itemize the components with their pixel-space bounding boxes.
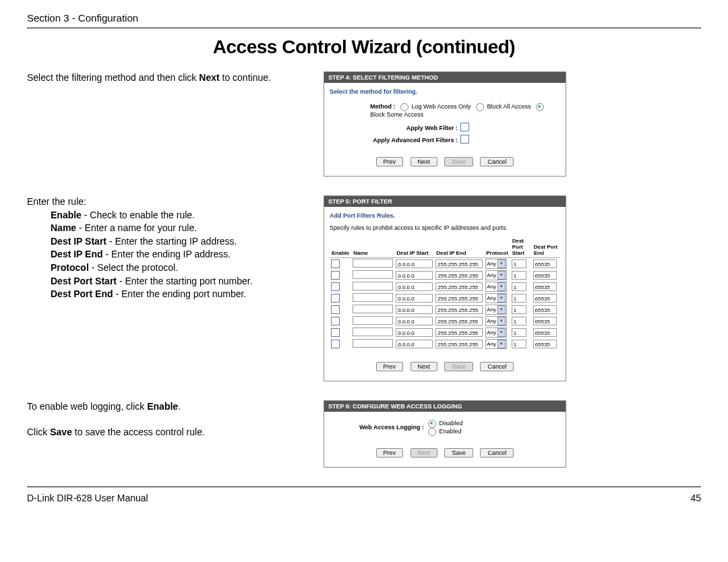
rule-destip-start-input[interactable]: 0.0.0.0 xyxy=(396,282,433,291)
col-dipend: Dest IP End xyxy=(434,237,484,258)
rule-name-input[interactable] xyxy=(353,339,393,348)
step4-cancel-button[interactable]: Cancel xyxy=(480,157,514,166)
step5-next-button[interactable]: Next xyxy=(411,362,438,371)
step4-next-button[interactable]: Next xyxy=(411,157,438,166)
step4-save-button[interactable]: Save xyxy=(444,157,473,166)
table-row: 0.0.0.0255.255.255.255Any▾165535 xyxy=(330,327,560,338)
rule-destport-start-input[interactable]: 1 xyxy=(512,305,526,314)
rule-name-input[interactable] xyxy=(353,305,393,313)
rule-destport-end-input[interactable]: 65535 xyxy=(533,305,557,314)
rule-destport-end-input[interactable]: 65535 xyxy=(533,294,557,303)
rule-destip-start-input[interactable]: 0.0.0.0 xyxy=(396,317,433,325)
radio-log-web-access-only[interactable] xyxy=(400,103,408,111)
rule-enable-checkbox[interactable] xyxy=(331,259,340,268)
rule-name-input[interactable] xyxy=(353,259,393,268)
step6-cancel-button[interactable]: Cancel xyxy=(480,448,514,458)
radio-block-all-access[interactable] xyxy=(476,103,484,111)
col-name: Name xyxy=(351,237,394,258)
step6-next-button[interactable]: Next xyxy=(411,448,438,458)
step5-cancel-button[interactable]: Cancel xyxy=(480,362,514,371)
radio-logging-enabled[interactable] xyxy=(428,428,436,436)
chevron-down-icon: ▾ xyxy=(497,282,506,291)
chevron-down-icon: ▾ xyxy=(497,294,506,303)
rule-destip-end-input[interactable]: 255.255.255.255 xyxy=(435,317,483,325)
rule-name-input[interactable] xyxy=(353,327,393,336)
step6-save-button[interactable]: Save xyxy=(444,448,473,458)
rule-name-input[interactable] xyxy=(353,282,393,290)
rule-name-input[interactable] xyxy=(353,270,393,279)
rule-destport-end-input[interactable]: 65535 xyxy=(533,328,557,337)
rule-protocol-select[interactable]: Any▾ xyxy=(485,282,507,292)
rule-enable-checkbox[interactable] xyxy=(331,340,340,348)
table-row: 0.0.0.0255.255.255.255Any▾165535 xyxy=(330,281,560,292)
rule-protocol-select[interactable]: Any▾ xyxy=(485,305,507,315)
rule-destport-start-input[interactable]: 1 xyxy=(512,282,526,291)
step5-save-button[interactable]: Save xyxy=(444,362,473,371)
step5-prev-button[interactable]: Prev xyxy=(376,362,404,371)
col-dpend: Dest Port End xyxy=(532,237,560,258)
port-filter-table: Enable Name Dest IP Start Dest IP End Pr… xyxy=(330,237,560,350)
rule-enable-checkbox[interactable] xyxy=(331,282,340,291)
rule-protocol-select[interactable]: Any▾ xyxy=(485,259,507,269)
wizard-step5-box: STEP 5: PORT FILTER Add Port Filters Rul… xyxy=(324,195,566,381)
rule-destip-end-input[interactable]: 255.255.255.255 xyxy=(435,282,483,291)
rule-protocol-select[interactable]: Any▾ xyxy=(485,270,507,280)
rule-destport-end-input[interactable]: 65535 xyxy=(533,340,557,348)
step5-header: STEP 5: PORT FILTER xyxy=(324,196,566,207)
rule-destip-start-input[interactable]: 0.0.0.0 xyxy=(396,294,433,303)
rule-destport-start-input[interactable]: 1 xyxy=(512,259,526,268)
rule-destip-start-input[interactable]: 0.0.0.0 xyxy=(396,259,433,268)
rule-protocol-select[interactable]: Any▾ xyxy=(485,327,507,338)
rule-protocol-select[interactable]: Any▾ xyxy=(485,316,507,326)
step6-prev-button[interactable]: Prev xyxy=(376,448,404,458)
rule-enable-checkbox[interactable] xyxy=(331,271,340,280)
rule-destip-start-input[interactable]: 0.0.0.0 xyxy=(396,340,433,348)
rule-protocol-select[interactable]: Any▾ xyxy=(485,339,507,349)
rule-destport-end-input[interactable]: 65535 xyxy=(533,282,557,291)
apply-web-filter-label: Apply Web Filter : xyxy=(406,125,458,131)
rule-destip-end-input[interactable]: 255.255.255.255 xyxy=(435,328,483,337)
radio-block-some-access[interactable] xyxy=(536,103,544,111)
rule-destport-end-input[interactable]: 65535 xyxy=(533,317,557,325)
rule-destip-start-input[interactable]: 0.0.0.0 xyxy=(396,271,433,280)
port-filter-text: Enter the rule: Enable - Check to enable… xyxy=(27,195,317,301)
footer-manual: D-Link DIR-628 User Manual xyxy=(27,493,148,503)
rule-destport-end-input[interactable]: 65535 xyxy=(533,259,557,268)
rule-destip-start-input[interactable]: 0.0.0.0 xyxy=(396,305,433,314)
rule-destport-end-input[interactable]: 65535 xyxy=(533,271,557,280)
rule-destport-start-input[interactable]: 1 xyxy=(512,328,526,337)
rule-destip-end-input[interactable]: 255.255.255.255 xyxy=(435,271,483,280)
section-port-filter: Enter the rule: Enable - Check to enable… xyxy=(27,195,701,381)
web-logging-text: To enable web logging, click Enable. Cli… xyxy=(27,400,317,439)
rule-enable-checkbox[interactable] xyxy=(331,305,340,314)
rule-enable-checkbox[interactable] xyxy=(331,317,340,325)
table-row: 0.0.0.0255.255.255.255Any▾165535 xyxy=(330,258,560,270)
rule-name-input[interactable] xyxy=(353,293,393,302)
rule-destip-end-input[interactable]: 255.255.255.255 xyxy=(435,340,483,348)
rule-destip-end-input[interactable]: 255.255.255.255 xyxy=(435,294,483,303)
rule-destport-start-input[interactable]: 1 xyxy=(512,340,526,348)
rule-enable-checkbox[interactable] xyxy=(331,328,340,337)
rule-protocol-select[interactable]: Any▾ xyxy=(485,293,507,303)
rule-destip-end-input[interactable]: 255.255.255.255 xyxy=(435,305,483,314)
apply-adv-port-filters-checkbox[interactable] xyxy=(460,135,469,144)
section-filtering-method: Select the filtering method and then cli… xyxy=(27,71,701,177)
step4-prev-button[interactable]: Prev xyxy=(376,157,404,166)
table-row: 0.0.0.0255.255.255.255Any▾165535 xyxy=(330,315,560,327)
rule-destport-start-input[interactable]: 1 xyxy=(512,317,526,325)
rule-destport-start-input[interactable]: 1 xyxy=(512,294,526,303)
filtering-method-text: Select the filtering method and then cli… xyxy=(27,71,317,85)
chevron-down-icon: ▾ xyxy=(497,317,506,325)
radio-logging-disabled[interactable] xyxy=(428,420,436,428)
col-enable: Enable xyxy=(330,237,351,258)
rule-enable-checkbox[interactable] xyxy=(331,294,340,303)
rule-destip-end-input[interactable]: 255.255.255.255 xyxy=(435,259,483,268)
rule-name-input[interactable] xyxy=(353,316,393,325)
table-row: 0.0.0.0255.255.255.255Any▾165535 xyxy=(330,338,560,350)
rule-destport-start-input[interactable]: 1 xyxy=(512,271,526,280)
rule-destip-start-input[interactable]: 0.0.0.0 xyxy=(396,328,433,337)
step5-subtext: Specify rules to prohibit access to spec… xyxy=(330,224,560,231)
header-rule xyxy=(27,28,701,28)
apply-web-filter-checkbox[interactable] xyxy=(460,123,469,131)
web-access-logging-label: Web Access Logging : xyxy=(359,424,424,431)
